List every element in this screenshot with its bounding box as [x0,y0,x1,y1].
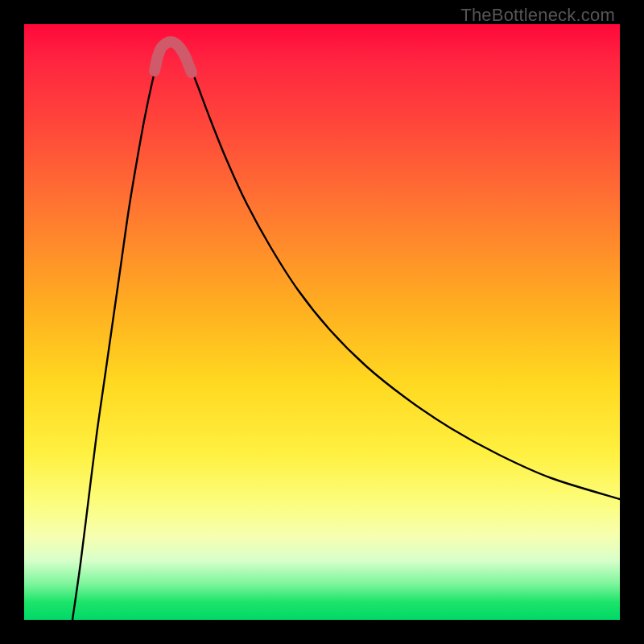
watermark-text: TheBottleneck.com [460,5,615,26]
chart-svg [24,24,620,620]
bottom-u-path [155,42,192,72]
curve-right-path [181,51,620,499]
chart-gradient-area [24,24,620,620]
curve-left-path [72,51,165,620]
